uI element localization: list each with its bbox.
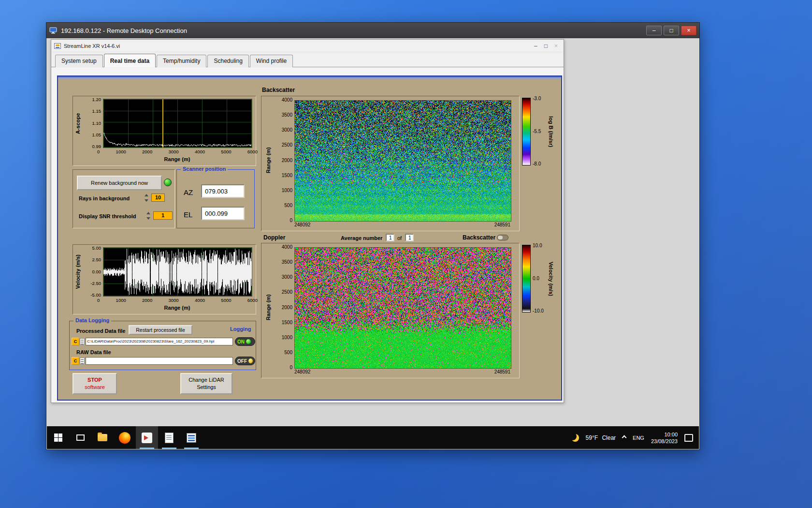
rdp-close-button[interactable]: × — [681, 26, 696, 35]
raw-path-field[interactable] — [86, 357, 233, 365]
rdp-minimize-button[interactable]: – — [646, 26, 662, 35]
backscatter-xtick-right: 248591 — [494, 223, 510, 227]
tab-temp-humidity[interactable]: Temp/humidity — [157, 55, 206, 67]
velocity-xticks: 0100020003000400050006000 — [97, 298, 258, 303]
tick-label: 3500 — [282, 113, 292, 118]
snr-value-field[interactable]: 1 — [153, 211, 173, 220]
snr-threshold-label: Display SNR threshold — [79, 213, 136, 219]
stop-software-label-2: software — [85, 384, 105, 391]
weather-widget[interactable]: 59°F Clear — [586, 434, 616, 441]
raw-drive-button[interactable]: C — [72, 357, 79, 365]
notification-center-icon[interactable] — [684, 434, 693, 442]
weather-desc: Clear — [602, 434, 616, 441]
tick-label: 500 — [284, 203, 292, 208]
renew-background-button[interactable]: Renew background now — [77, 176, 162, 190]
tick-label: 3000 — [168, 298, 178, 303]
tick-label: -2.50 — [90, 281, 101, 286]
tick-label: 6000 — [247, 149, 258, 154]
tab-system-setup[interactable]: System setup — [55, 55, 103, 67]
raw-data-file-label: RAW Data file — [76, 349, 111, 355]
restart-processed-file-button[interactable]: Restart processed file — [129, 325, 192, 335]
logging-off-button[interactable]: OFF — [235, 357, 255, 365]
data-logging-title: Data Logging — [73, 317, 111, 323]
el-value-field[interactable]: 000.099 — [201, 207, 245, 220]
velocity-yticks: 5.002.500.00-2.50-5.00 — [85, 246, 101, 298]
tab-real-time-data[interactable]: Real time data — [104, 54, 156, 67]
streamline-app-window: StreamLine XR v14-6.vi – □ × System setu… — [51, 39, 564, 403]
taskbar-clock[interactable]: 10:00 23/08/2023 — [651, 431, 678, 445]
stop-software-label-1: STOP — [87, 376, 102, 384]
rdp-maximize-button[interactable]: □ — [664, 26, 679, 35]
backscatter-colorbar-label: log B (/m/sr) — [548, 98, 554, 165]
doppler-yticks: 40003500300025002000150010005000 — [274, 245, 292, 370]
tick-label: 10.0 — [533, 243, 542, 248]
labview-app-button[interactable] — [136, 426, 158, 449]
snr-spinner[interactable] — [146, 212, 152, 220]
lidar-front-panel: A-scope 1.201.151.101.050.99 01000200030… — [57, 75, 562, 401]
stop-software-button[interactable]: STOP software — [72, 373, 117, 394]
velocity-ylabel: Velocity (m/s) — [75, 248, 81, 296]
tick-label: 0.00 — [92, 269, 102, 274]
language-indicator[interactable]: ENG — [633, 435, 644, 441]
start-button[interactable] — [47, 426, 69, 449]
tick-label: -5.5 — [533, 129, 541, 134]
tray-expand-icon[interactable] — [622, 435, 627, 440]
rdp-titlebar[interactable]: 192.168.0.122 - Remote Desktop Connectio… — [46, 23, 699, 38]
processed-data-file-label: Processed Data file — [76, 328, 126, 334]
tick-label: 4000 — [282, 98, 292, 103]
tab-wind-profile[interactable]: Wind profile — [250, 55, 293, 67]
tick-label: 5000 — [221, 298, 231, 303]
tick-label: 2500 — [282, 290, 292, 295]
firefox-button[interactable] — [114, 426, 136, 449]
weather-moon-icon — [571, 434, 579, 442]
backscatter-xtick-left: 248092 — [294, 223, 310, 227]
logging-label: Logging — [230, 326, 251, 332]
tick-label: 1.05 — [92, 133, 102, 137]
clock-time: 10:00 — [664, 432, 678, 437]
backscatter-yticks: 40003500300025002000150010005000 — [274, 98, 292, 223]
processed-path-field[interactable]: C:\LiDAR\Data\Proc\2023\202308\20230823\… — [86, 338, 233, 345]
ascope-plot — [103, 99, 252, 148]
ascope-yticks: 1.201.151.101.050.99 — [85, 97, 101, 149]
processed-browse-icon[interactable] — [80, 338, 85, 345]
app-close-button[interactable]: × — [554, 43, 558, 49]
app-maximize-button[interactable]: □ — [544, 43, 548, 49]
app-minimize-button[interactable]: – — [534, 43, 537, 49]
raw-browse-icon[interactable] — [80, 358, 85, 364]
logging-off-led — [248, 359, 253, 363]
change-lidar-settings-button[interactable]: Change LiDAR Settings — [180, 373, 232, 394]
tick-label: 5000 — [221, 149, 231, 154]
weather-temp: 59°F — [586, 434, 598, 441]
tick-label: 2000 — [142, 149, 152, 154]
processed-drive-button[interactable]: C — [72, 338, 79, 345]
taskbar: 59°F Clear ENG 10:00 23/08/2023 — [47, 426, 699, 449]
tick-label: 500 — [284, 350, 292, 355]
tick-label: 4000 — [195, 298, 205, 303]
logging-on-button[interactable]: ON — [235, 337, 255, 346]
app-titlebar[interactable]: StreamLine XR v14-6.vi – □ × — [51, 40, 564, 52]
tick-label: 0 — [290, 365, 292, 370]
backscatter-toggle[interactable] — [497, 235, 508, 240]
tick-label: 1.15 — [92, 109, 102, 114]
average-number-field[interactable]: 1 — [386, 234, 394, 241]
tab-scheduling[interactable]: Scheduling — [207, 55, 248, 67]
file-explorer-button[interactable] — [91, 426, 114, 449]
backscatter-ylabel: Range (m) — [265, 100, 271, 221]
tick-label: 1.10 — [92, 121, 102, 126]
tick-label: 2000 — [282, 158, 292, 163]
tick-label: 1500 — [282, 320, 292, 325]
scan-schedule-app-button[interactable] — [158, 426, 180, 449]
rays-spinner[interactable] — [145, 194, 150, 202]
rays-value-field[interactable]: 10 — [151, 194, 165, 202]
editor-app-button[interactable] — [180, 426, 203, 449]
average-of-field[interactable]: 1 — [405, 234, 414, 241]
doppler-xticks: 248092 248591 — [294, 370, 510, 374]
firefox-icon — [119, 432, 130, 444]
doppler-xtick-right: 248591 — [494, 370, 510, 374]
ascope-xlabel: Range (m) — [103, 156, 251, 162]
logging-on-led — [246, 339, 251, 344]
az-value-field[interactable]: 079.003 — [201, 184, 245, 198]
task-view-button[interactable] — [69, 426, 91, 449]
scanner-position-title: Scanner position — [181, 166, 228, 172]
backscatter-title: Backscatter — [262, 87, 295, 93]
